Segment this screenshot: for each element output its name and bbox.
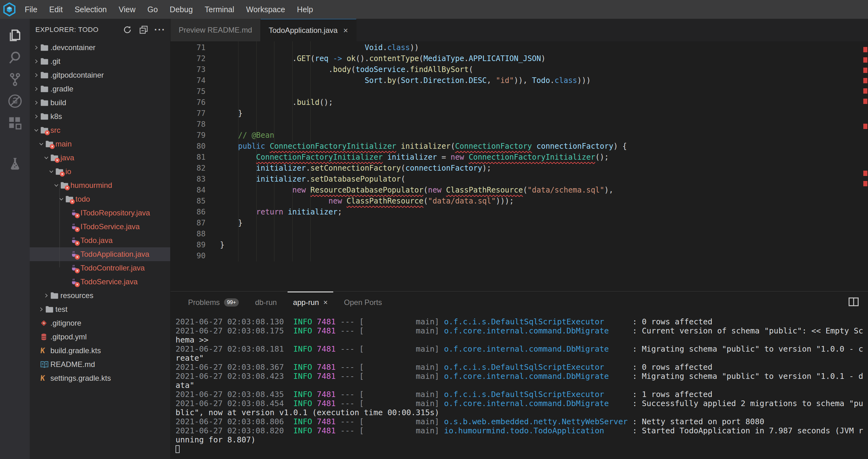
tree-item-Todo.java[interactable]: ×Todo.java	[30, 234, 170, 247]
tree-item-settings.gradle.kts[interactable]: Ksettings.gradle.kts	[30, 371, 170, 385]
terminal-line: unning for 8.807)	[176, 435, 868, 444]
terminal-line: 2021-06-27 02:03:08.423 INFO 7481 --- [ …	[176, 372, 868, 381]
chevron-right-icon[interactable]	[37, 307, 45, 312]
tree-item-humourmind[interactable]: ×humourmind	[30, 178, 170, 192]
tree-item-TodoApplication.java[interactable]: ×TodoApplication.java	[30, 247, 170, 261]
chevron-right-icon[interactable]	[32, 45, 40, 50]
error-badge: ×	[75, 213, 80, 218]
activity-search-icon[interactable]	[0, 46, 30, 68]
java-icon: ×	[70, 264, 81, 272]
menu-item-help[interactable]: Help	[291, 0, 319, 19]
code-line-90: 90	[170, 251, 868, 261]
chevron-right-icon[interactable]	[32, 86, 40, 91]
menu-item-selection[interactable]: Selection	[68, 0, 113, 19]
tree-item-test[interactable]: test	[30, 303, 170, 316]
panel-tab-app-run[interactable]: app-run×	[285, 291, 336, 313]
tree-item-label: build.gradle.kts	[51, 346, 101, 355]
tree-item-java[interactable]: ×java	[30, 151, 170, 165]
code-line-80: 80 public ConnectionFactoryInitializer i…	[170, 141, 868, 152]
menu-item-workspace[interactable]: Workspace	[240, 0, 291, 19]
tree-item-build.gradle.kts[interactable]: Kbuild.gradle.kts	[30, 344, 170, 357]
chevron-right-icon[interactable]	[32, 100, 40, 105]
tree-item-main[interactable]: ×main	[30, 137, 170, 151]
code-line-72: 72 .GET(req -> ok().contentType(MediaTyp…	[170, 53, 868, 64]
tree-item-io[interactable]: ×io	[30, 165, 170, 178]
close-panel-tab-icon[interactable]: ×	[323, 298, 328, 307]
tree-item-.devcontainer[interactable]: .devcontainer	[30, 41, 170, 55]
code-text: }	[206, 108, 243, 119]
line-number: 76	[170, 97, 206, 108]
tree-item-.gitignore[interactable]: .gitignore	[30, 316, 170, 330]
split-panel-icon[interactable]	[848, 297, 859, 308]
chevron-right-icon[interactable]	[42, 293, 51, 298]
tree-item-ITodoRepository.java[interactable]: ×ITodoRepository.java	[30, 206, 170, 220]
menu-item-view[interactable]: View	[113, 0, 142, 19]
tree-item-.gitpod.yml[interactable]: .gitpod.yml	[30, 330, 170, 344]
ruler-error-mark	[863, 171, 867, 176]
activity-test-flask-icon[interactable]	[0, 153, 30, 175]
chevron-right-icon[interactable]	[32, 73, 40, 78]
tree-item-ITodoService.java[interactable]: ×ITodoService.java	[30, 220, 170, 234]
tree-item-.git[interactable]: .git	[30, 55, 170, 68]
chevron-down-icon[interactable]	[57, 197, 65, 202]
tree-item-README.md[interactable]: README.md	[30, 357, 170, 371]
tree-item-build[interactable]: build	[30, 96, 170, 110]
menu-item-file[interactable]: File	[19, 0, 43, 19]
tree-item-label: main	[55, 140, 72, 148]
folder-icon	[45, 306, 55, 313]
panel-tab-open-ports[interactable]: Open Ports	[336, 291, 390, 313]
tree-item-.gitpodcontainer[interactable]: .gitpodcontainer	[30, 68, 170, 82]
activity-debug-icon[interactable]	[0, 90, 30, 112]
menu-item-debug[interactable]: Debug	[164, 0, 199, 19]
tree-item-src[interactable]: ×src	[30, 123, 170, 137]
editor-area: Preview README.mdTodoApplication.java× 7…	[170, 19, 868, 459]
menu-item-go[interactable]: Go	[142, 0, 164, 19]
chevron-right-icon[interactable]	[32, 114, 40, 119]
tree-item-k8s[interactable]: k8s	[30, 110, 170, 123]
yml-icon	[40, 333, 51, 341]
activity-files-icon[interactable]	[0, 24, 30, 46]
more-actions-icon[interactable]: ···	[155, 25, 164, 34]
tree-item-.gradle[interactable]: .gradle	[30, 82, 170, 96]
chevron-down-icon[interactable]	[37, 142, 45, 146]
terminal-output[interactable]: 2021-06-27 02:03:08.130 INFO 7481 --- [ …	[170, 313, 868, 459]
menu-item-edit[interactable]: Edit	[43, 0, 68, 19]
code-line-85: 85 new ClassPathResource("data/data.sql"…	[170, 196, 868, 207]
gitpod-logo-icon[interactable]	[0, 2, 19, 17]
panel-tab-problems[interactable]: Problems99+	[180, 291, 247, 313]
tab-preview-readme-md[interactable]: Preview README.md	[170, 19, 261, 41]
chevron-down-icon[interactable]	[32, 128, 40, 133]
activity-source-control-icon[interactable]	[0, 68, 30, 90]
panel-tab-db-run[interactable]: db-run	[247, 291, 285, 313]
tab-label: Preview README.md	[179, 26, 252, 34]
tree-item-todo[interactable]: ×todo	[30, 192, 170, 206]
code-text: .body(todoService.findAllBySort(	[206, 64, 473, 75]
tree-item-label: src	[51, 126, 60, 135]
panel-tab-label: Problems	[188, 298, 220, 307]
collapse-all-icon[interactable]	[139, 25, 148, 34]
editor-tab-bar: Preview README.mdTodoApplication.java×	[170, 19, 868, 41]
code-editor[interactable]: 70 .PUT(req -> ok().contentType(MediaTyp…	[170, 41, 868, 291]
terminal-line: 2021-06-27 02:03:08.181 INFO 7481 --- [ …	[176, 344, 868, 353]
tree-item-resources[interactable]: resources	[30, 289, 170, 303]
tree-item-label: .gradle	[51, 85, 73, 93]
activity-extensions-icon[interactable]	[0, 112, 30, 134]
chevron-down-icon[interactable]	[42, 155, 51, 160]
line-number: 72	[170, 53, 206, 64]
folder-icon: ×	[40, 127, 51, 134]
tree-item-label: humourmind	[70, 181, 112, 190]
line-number: 82	[170, 163, 206, 174]
chevron-right-icon[interactable]	[32, 59, 40, 64]
tab-todoapplication-java[interactable]: TodoApplication.java×	[261, 19, 356, 41]
tree-item-label: ITodoService.java	[81, 222, 140, 231]
refresh-icon[interactable]	[123, 25, 132, 34]
terminal-line: ata"	[176, 381, 868, 390]
tree-item-TodoService.java[interactable]: ×TodoService.java	[30, 275, 170, 289]
line-number: 90	[170, 251, 206, 261]
menu-item-terminal[interactable]: Terminal	[199, 0, 240, 19]
ruler-error-mark	[863, 88, 867, 94]
tree-item-label: .gitignore	[51, 319, 81, 327]
tree-item-TodoController.java[interactable]: ×TodoController.java	[30, 261, 170, 275]
chevron-down-icon[interactable]	[47, 169, 55, 174]
close-tab-icon[interactable]: ×	[343, 26, 348, 35]
